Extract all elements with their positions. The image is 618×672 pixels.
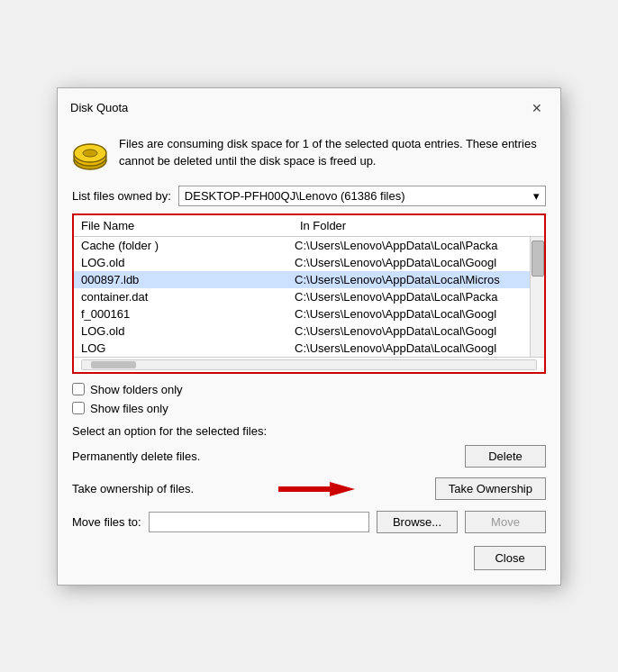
list-owned-row: List files owned by: DESKTOP-PFH00QJ\Len…	[72, 186, 546, 206]
browse-button[interactable]: Browse...	[377, 511, 458, 533]
options-title: Select an option for the selected files:	[72, 424, 546, 438]
in-folder-cell: C:\Users\Lenovo\AppData\Local\Googl	[295, 307, 526, 321]
move-option-row: Move files to: Browse... Move	[72, 511, 546, 533]
file-name-cell: LOG.old	[81, 324, 295, 338]
delete-option-label: Permanently delete files.	[72, 450, 200, 463]
in-folder-cell: C:\Users\Lenovo\AppData\Local\Packa	[295, 239, 526, 252]
table-row[interactable]: container.datC:\Users\Lenovo\AppData\Loc…	[74, 288, 544, 305]
dropdown-arrow-icon: ▾	[533, 189, 540, 203]
horizontal-scroll-area	[74, 357, 544, 372]
in-folder-cell: C:\Users\Lenovo\AppData\Local\Googl	[295, 324, 526, 338]
disk-icon	[72, 137, 108, 173]
table-row[interactable]: 000897.ldbC:\Users\Lenovo\AppData\Local\…	[74, 271, 544, 288]
scrollbar-thumb[interactable]	[532, 241, 544, 277]
file-name-cell: f_000161	[81, 307, 295, 321]
svg-point-3	[83, 150, 97, 157]
show-folders-only-row: Show folders only	[72, 383, 546, 396]
delete-button[interactable]: Delete	[465, 445, 546, 468]
show-files-only-row: Show files only	[72, 402, 546, 415]
h-scrollbar[interactable]	[81, 359, 537, 370]
ownership-option-row: Take ownership of files. Take Ownership	[72, 477, 546, 502]
table-row[interactable]: Cache (folder )C:\Users\Lenovo\AppData\L…	[74, 237, 544, 254]
disk-quota-dialog: Disk Quota ✕ Files are consuming disk sp…	[57, 87, 561, 586]
file-name-cell: container.dat	[81, 290, 295, 304]
move-label: Move files to:	[72, 515, 141, 529]
in-folder-cell: C:\Users\Lenovo\AppData\Local\Packa	[295, 290, 526, 304]
move-button[interactable]: Move	[465, 511, 546, 533]
show-folders-only-checkbox[interactable]	[72, 383, 85, 395]
window-close-button[interactable]: ✕	[526, 97, 548, 119]
red-arrow-icon	[274, 477, 355, 502]
footer-row: Close	[72, 546, 546, 570]
table-row[interactable]: LOG.oldC:\Users\Lenovo\AppData\Local\Goo…	[74, 322, 544, 340]
table-row[interactable]: LOGC:\Users\Lenovo\AppData\Local\Googl	[74, 340, 544, 357]
file-name-cell: LOG	[81, 341, 295, 355]
arrow-container	[274, 477, 355, 502]
list-owned-value: DESKTOP-PFH00QJ\Lenovo (61386 files)	[185, 189, 405, 203]
dialog-body: Files are consuming disk space for 1 of …	[58, 124, 560, 585]
info-banner: Files are consuming disk space for 1 of …	[72, 135, 546, 173]
title-bar: Disk Quota ✕	[58, 88, 560, 124]
move-files-inner-row: Move files to: Browse... Move	[72, 511, 546, 533]
svg-marker-5	[330, 482, 355, 496]
table-header: File Name In Folder	[74, 215, 544, 237]
show-folders-only-label[interactable]: Show folders only	[90, 383, 183, 396]
show-files-only-checkbox[interactable]	[72, 402, 85, 414]
in-folder-cell: C:\Users\Lenovo\AppData\Local\Googl	[295, 256, 526, 269]
table-row[interactable]: LOG.oldC:\Users\Lenovo\AppData\Local\Goo…	[74, 254, 544, 271]
close-dialog-button[interactable]: Close	[474, 546, 546, 570]
scrollbar-track[interactable]	[530, 237, 544, 357]
table-body[interactable]: Cache (folder )C:\Users\Lenovo\AppData\L…	[74, 237, 544, 357]
h-scrollbar-thumb[interactable]	[91, 361, 136, 368]
ownership-option-label: Take ownership of files.	[72, 482, 194, 495]
list-owned-dropdown[interactable]: DESKTOP-PFH00QJ\Lenovo (61386 files) ▾	[178, 186, 546, 206]
dialog-title: Disk Quota	[70, 101, 128, 114]
col-infolder-header: In Folder	[300, 219, 537, 232]
take-ownership-button[interactable]: Take Ownership	[435, 477, 546, 500]
col-filename-header: File Name	[81, 219, 300, 232]
move-destination-input[interactable]	[149, 512, 369, 532]
file-name-cell: LOG.old	[81, 256, 295, 269]
show-files-only-label[interactable]: Show files only	[90, 402, 168, 415]
info-text: Files are consuming disk space for 1 of …	[119, 135, 546, 170]
file-table: File Name In Folder Cache (folder )C:\Us…	[72, 213, 546, 374]
options-section: Select an option for the selected files:…	[72, 424, 546, 533]
table-row[interactable]: f_000161C:\Users\Lenovo\AppData\Local\Go…	[74, 305, 544, 322]
in-folder-cell: C:\Users\Lenovo\AppData\Local\Micros	[295, 273, 526, 286]
file-name-cell: Cache (folder )	[81, 239, 295, 252]
file-name-cell: 000897.ldb	[81, 273, 295, 286]
in-folder-cell: C:\Users\Lenovo\AppData\Local\Googl	[295, 341, 526, 355]
list-owned-label: List files owned by:	[72, 189, 171, 203]
delete-option-row: Permanently delete files. Delete	[72, 445, 546, 468]
